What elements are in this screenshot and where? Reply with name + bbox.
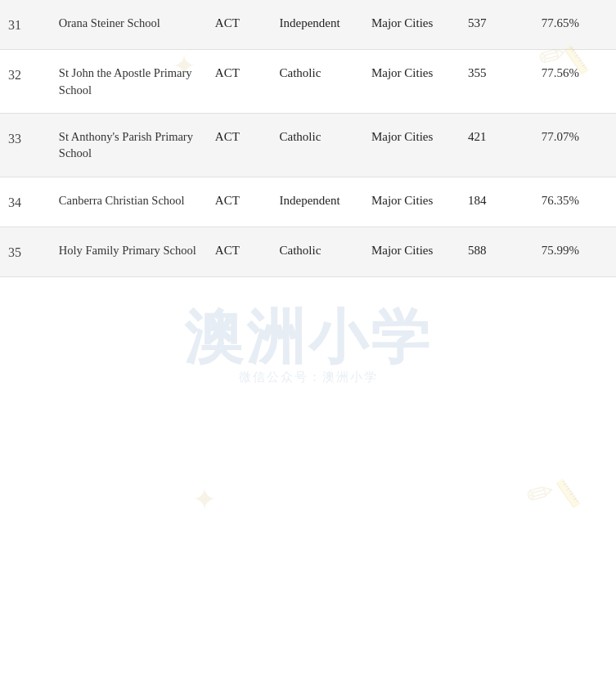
watermark-chinese-text: 澳洲小学 [184, 307, 433, 366]
students-cell: 184 [460, 177, 533, 227]
students-cell: 355 [460, 50, 533, 114]
students-cell: 421 [460, 113, 533, 177]
sector-cell: Catholic [272, 50, 363, 114]
students-cell: 588 [460, 227, 533, 276]
location-cell: Major Cities [363, 227, 460, 276]
state-cell: ACT [207, 227, 272, 276]
state-cell: ACT [207, 50, 272, 114]
students-cell: 537 [460, 0, 533, 50]
score-cell: 77.07% [533, 113, 616, 177]
table-row: 34Canberra Christian SchoolACTIndependen… [0, 177, 616, 227]
sector-cell: Independent [272, 0, 363, 50]
state-cell: ACT [207, 0, 272, 50]
ruler-icon-2: 📏 [551, 476, 586, 509]
rank-cell: 34 [0, 177, 51, 227]
table-row: 35Holy Family Primary SchoolACTCatholicM… [0, 227, 616, 276]
school-name-cell: St John the Apostle Primary School [51, 50, 207, 114]
school-name-cell: Canberra Christian School [51, 177, 207, 227]
star-icon-2: ✦ [192, 482, 217, 517]
state-cell: ACT [207, 113, 272, 177]
score-cell: 76.35% [533, 177, 616, 227]
state-cell: ACT [207, 177, 272, 227]
rank-cell: 32 [0, 50, 51, 114]
table-row: 32St John the Apostle Primary SchoolACTC… [0, 50, 616, 114]
school-name-cell: St Anthony's Parish Primary School [51, 113, 207, 177]
pencil-icon-2: ✏ [522, 471, 559, 515]
rank-cell: 35 [0, 227, 51, 276]
location-cell: Major Cities [363, 0, 460, 50]
school-name-cell: Orana Steiner School [51, 0, 207, 50]
rank-cell: 31 [0, 0, 51, 50]
sector-cell: Catholic [272, 227, 363, 276]
sector-cell: Catholic [272, 113, 363, 177]
score-cell: 77.56% [533, 50, 616, 114]
watermark-sub-text: 微信公众号：澳洲小学 [184, 369, 433, 384]
location-cell: Major Cities [363, 177, 460, 227]
watermark-content: 澳洲小学 微信公众号：澳洲小学 [184, 307, 433, 384]
location-cell: Major Cities [363, 50, 460, 114]
score-cell: 77.65% [533, 0, 616, 50]
score-cell: 75.99% [533, 227, 616, 276]
location-cell: Major Cities [363, 113, 460, 177]
school-rankings-table: 31Orana Steiner SchoolACTIndependentMajo… [0, 0, 616, 277]
table-row: 33St Anthony's Parish Primary SchoolACTC… [0, 113, 616, 177]
table-row: 31Orana Steiner SchoolACTIndependentMajo… [0, 0, 616, 50]
rank-cell: 33 [0, 113, 51, 177]
sector-cell: Independent [272, 177, 363, 227]
school-name-cell: Holy Family Primary School [51, 227, 207, 276]
